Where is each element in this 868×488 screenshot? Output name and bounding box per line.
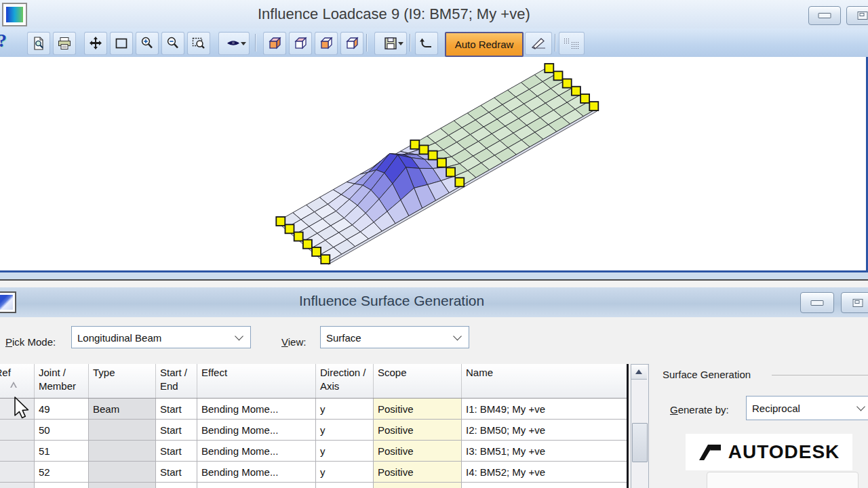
cell-effect[interactable]: Bending Mome... — [197, 441, 316, 462]
cube-front-face-button[interactable] — [315, 32, 338, 55]
cell-start[interactable] — [156, 483, 197, 488]
bottom-window-titlebar[interactable]: Influence Surface Generation — [0, 287, 868, 318]
visibility-eye-icon — [226, 36, 242, 51]
cell-joint[interactable]: 49 — [35, 399, 89, 420]
cell-ref[interactable] — [0, 420, 35, 441]
cell-scope[interactable]: Positive — [374, 462, 462, 483]
cell-joint[interactable]: 50 — [35, 420, 89, 441]
chevron-down-icon — [453, 331, 462, 340]
cell-scope[interactable]: Positive — [374, 420, 462, 441]
cell-dir[interactable]: y — [316, 462, 374, 483]
column-header-type[interactable]: Type — [89, 364, 156, 399]
column-header-name[interactable]: Name — [462, 364, 628, 399]
cell-effect[interactable]: Bending Mome... — [197, 420, 316, 441]
table-row[interactable]: 50StartBending Mome...yPositiveI2: BM50;… — [0, 420, 628, 441]
zoom-in-button[interactable] — [136, 32, 159, 55]
cell-type[interactable] — [89, 483, 156, 488]
minimize-button[interactable] — [808, 6, 841, 25]
cell-joint[interactable]: 51 — [35, 441, 89, 462]
cell-dir[interactable] — [316, 483, 374, 488]
table-row-partial[interactable] — [0, 483, 628, 488]
column-header-scope[interactable]: Scope — [374, 364, 462, 399]
cell-dir[interactable]: y — [316, 420, 374, 441]
dot-grid-button[interactable] — [559, 32, 585, 55]
header-row: Ref Joint / Member Type Start / End Effe… — [0, 364, 628, 399]
table-row[interactable]: 51StartBending Mome...yPositiveI3: BM51;… — [0, 441, 628, 462]
zoom-in-icon — [140, 36, 155, 51]
cell-name[interactable]: I2: BM50; My +ve — [462, 420, 628, 441]
visibility-button[interactable] — [218, 32, 250, 55]
column-header-start-end[interactable]: Start / End — [156, 364, 197, 399]
view-select[interactable]: Surface — [320, 326, 469, 348]
undo-view-button[interactable] — [415, 32, 438, 55]
generate-by-select[interactable]: Reciprocal — [746, 396, 868, 420]
bottom-window-title: Influence Surface Generation — [299, 293, 484, 309]
cell-joint[interactable]: 52 — [35, 462, 89, 483]
column-header-joint-member[interactable]: Joint / Member — [35, 364, 89, 399]
cell-type[interactable]: Beam — [89, 399, 156, 420]
cell-joint[interactable] — [35, 483, 89, 488]
cell-name[interactable]: I4: BM52; My +ve — [462, 462, 628, 483]
pick-mode-select[interactable]: Longitudinal Beam — [71, 326, 251, 348]
influence-surface-viewport[interactable] — [0, 57, 868, 270]
arrow-up-icon — [635, 369, 642, 374]
save-button[interactable] — [374, 32, 407, 55]
cell-ref[interactable] — [0, 462, 35, 483]
zoom-out-button[interactable] — [161, 32, 184, 55]
cell-effect[interactable]: Bending Mome... — [197, 399, 316, 420]
surface-pen-button[interactable] — [525, 32, 552, 55]
pan-button[interactable] — [84, 32, 107, 55]
cell-start[interactable]: Start — [156, 441, 197, 462]
cell-scope[interactable]: Positive — [374, 441, 462, 462]
cube-wireframe-button[interactable] — [289, 32, 312, 55]
cube-solid-button[interactable] — [263, 32, 286, 55]
column-header-ref[interactable]: Ref — [0, 364, 35, 399]
cell-type[interactable] — [89, 462, 156, 483]
help-button[interactable]: ? — [0, 30, 7, 52]
cell-dir[interactable]: y — [316, 399, 374, 420]
toolbar-separator — [410, 34, 410, 52]
print-preview-icon — [31, 36, 46, 51]
cell-effect[interactable] — [197, 483, 316, 488]
print-icon — [57, 36, 72, 51]
column-header-effect[interactable]: Effect — [197, 364, 316, 399]
cell-start[interactable]: Start — [156, 462, 197, 483]
minimize-button[interactable] — [800, 292, 834, 313]
cell-ref[interactable] — [0, 441, 35, 462]
zoom-window-button[interactable] — [110, 32, 133, 55]
undo-arrow-icon — [419, 36, 434, 51]
scrollbar-thumb[interactable] — [632, 423, 648, 462]
cell-type[interactable] — [89, 441, 156, 462]
sort-ascending-icon — [10, 382, 17, 388]
restore-button[interactable] — [841, 292, 868, 313]
restore-button[interactable] — [846, 6, 868, 25]
influence-surface-mesh — [0, 57, 866, 270]
dot-grid-icon — [564, 38, 570, 43]
cell-scope[interactable] — [374, 483, 462, 488]
cell-ref[interactable] — [0, 483, 35, 488]
cell-type[interactable] — [89, 420, 156, 441]
cell-name[interactable] — [462, 483, 628, 488]
cube-side-face-button[interactable] — [340, 32, 363, 55]
cell-name[interactable]: I3: BM51; My +ve — [462, 441, 628, 462]
print-preview-button[interactable] — [27, 32, 50, 55]
column-header-direction-axis[interactable]: Direction / Axis — [316, 364, 374, 399]
cube-solid-icon — [267, 36, 282, 51]
cell-start[interactable]: Start — [156, 399, 197, 420]
vertical-scrollbar[interactable] — [631, 364, 649, 488]
table-row[interactable]: 49BeamStartBending Mome...yPositiveI1: B… — [0, 399, 628, 420]
toolbar-separator — [366, 34, 367, 52]
autodesk-mark-icon — [698, 443, 722, 461]
cell-dir[interactable]: y — [316, 441, 374, 462]
table-row[interactable]: 52StartBending Mome...yPositiveI4: BM52;… — [0, 462, 628, 483]
view-label: View: — [281, 336, 306, 348]
cell-effect[interactable]: Bending Mome... — [197, 462, 316, 483]
zoom-region-button[interactable] — [187, 32, 210, 55]
top-window-titlebar[interactable]: Influence Loadcase 9 (I9: BM57; My +ve) — [0, 0, 868, 29]
print-button[interactable] — [53, 32, 76, 55]
scroll-up-button[interactable] — [631, 365, 647, 380]
cell-start[interactable]: Start — [156, 420, 197, 441]
auto-redraw-button[interactable]: Auto Redraw — [445, 32, 524, 57]
cell-scope[interactable]: Positive — [374, 399, 462, 420]
cell-name[interactable]: I1: BM49; My +ve — [462, 399, 628, 420]
